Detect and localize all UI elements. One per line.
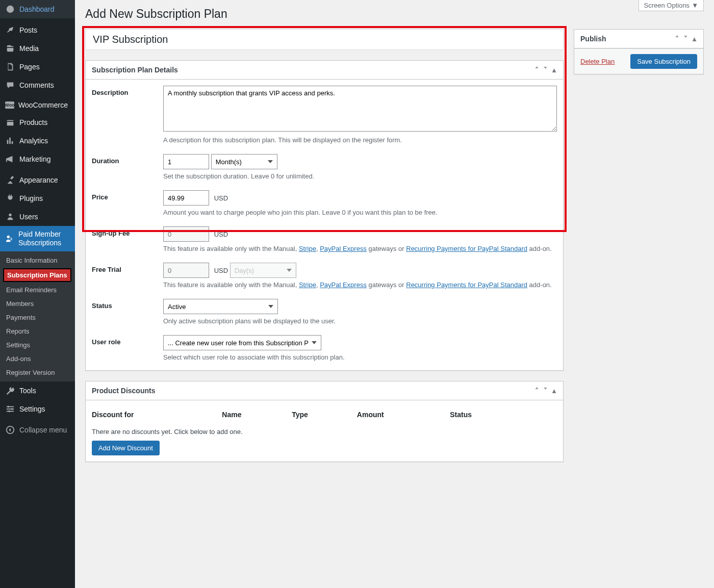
submenu-add-ons[interactable]: Add-ons: [0, 352, 75, 366]
dashboard-icon: [5, 4, 15, 14]
plan-title-input[interactable]: [85, 29, 564, 50]
sidebar-item-tools[interactable]: Tools: [0, 381, 75, 400]
sidebar-item-label: Media: [19, 44, 39, 53]
sidebar-item-posts[interactable]: Posts: [0, 21, 75, 39]
product-discounts-box: Product Discounts ˄ ˅ ▴ Discount for Nam…: [85, 381, 564, 462]
sidebar-item-settings[interactable]: Settings: [0, 400, 75, 418]
discounts-table-header: Discount for Name Type Amount Status: [92, 406, 557, 423]
admin-sidebar: Dashboard Posts Media Pages Comments Woo…: [0, 0, 75, 588]
sidebar-item-marketing[interactable]: Marketing: [0, 150, 75, 168]
analytics-icon: [5, 136, 15, 146]
screen-options-toggle[interactable]: Screen Options▼: [639, 0, 704, 11]
sidebar-item-label: Dashboard: [19, 5, 55, 13]
add-new-discount-button[interactable]: Add New Discount: [92, 441, 160, 455]
sidebar-item-collapse[interactable]: Collapse menu: [0, 421, 75, 439]
chevron-up-icon[interactable]: ˄: [534, 387, 540, 395]
svg-point-8: [8, 410, 10, 412]
submenu-subscription-plans[interactable]: Subscription Plans: [3, 268, 71, 282]
publish-box: Publish ˄ ˅ ▴ Delete Plan Save Subscript…: [574, 29, 704, 74]
duration-label: Duration: [92, 154, 153, 180]
pms-icon: $: [5, 234, 14, 244]
signup-fee-label: Sign-up Fee: [92, 226, 153, 252]
price-label: Price: [92, 190, 153, 216]
sidebar-item-users[interactable]: Users: [0, 208, 75, 226]
sidebar-item-analytics[interactable]: Analytics: [0, 132, 75, 150]
discounts-box-header[interactable]: Product Discounts ˄ ˅ ▴: [86, 381, 563, 400]
save-subscription-button[interactable]: Save Subscription: [630, 54, 697, 69]
svg-text:$: $: [10, 236, 12, 241]
users-icon: [5, 212, 15, 222]
sidebar-item-label: Products: [19, 118, 47, 126]
chevron-down-icon[interactable]: ˅: [543, 387, 548, 395]
recurring-payments-link-2[interactable]: Recurring Payments for PayPal Standard: [406, 281, 527, 289]
sidebar-item-label: Posts: [19, 26, 37, 34]
page-title: Add New Subscription Plan: [85, 7, 704, 21]
sidebar-item-products[interactable]: Products: [0, 113, 75, 132]
trial-hint: This feature is available only with the …: [163, 281, 557, 289]
triangle-up-icon[interactable]: ▴: [551, 66, 557, 74]
media-icon: [5, 43, 15, 54]
triangle-up-icon[interactable]: ▴: [551, 387, 557, 395]
sidebar-item-appearance[interactable]: Appearance: [0, 171, 75, 189]
chevron-up-icon[interactable]: ˄: [674, 35, 680, 43]
sidebar-item-label: Collapse menu: [19, 426, 67, 434]
submenu-settings[interactable]: Settings: [0, 338, 75, 352]
publish-box-header[interactable]: Publish ˄ ˅ ▴: [574, 30, 703, 48]
plugin-icon: [5, 193, 15, 203]
delete-plan-link[interactable]: Delete Plan: [580, 58, 615, 65]
sidebar-item-label: Plugins: [19, 194, 43, 202]
sidebar-item-label: Users: [19, 213, 38, 221]
user-role-select[interactable]: ... Create new user role from this Subsc…: [163, 335, 321, 350]
price-hint: Amount you want to charge people who joi…: [163, 209, 557, 216]
stripe-link-2[interactable]: Stripe: [299, 281, 316, 289]
trial-currency: USD: [214, 267, 228, 274]
submenu-members[interactable]: Members: [0, 297, 75, 311]
sidebar-item-plugins[interactable]: Plugins: [0, 189, 75, 208]
settings-icon: [5, 404, 15, 414]
comment-icon: [5, 80, 15, 90]
price-currency: USD: [214, 194, 228, 202]
trial-unit-select: Day(s): [230, 263, 296, 278]
subscription-plan-details-box: Subscription Plan Details ˄ ˅ ▴ Descript…: [85, 60, 564, 371]
description-textarea[interactable]: A monthly subscription that grants VIP a…: [163, 86, 557, 132]
sidebar-item-paid-member-subscriptions[interactable]: $Paid Member Subscriptions: [0, 226, 75, 251]
paypal-express-link[interactable]: PayPal Express: [320, 245, 367, 252]
triangle-up-icon[interactable]: ▴: [692, 35, 697, 43]
sidebar-item-label: Marketing: [19, 155, 50, 163]
pin-icon: [5, 25, 15, 35]
duration-hint: Set the subscription duration. Leave 0 f…: [163, 172, 557, 180]
discounts-empty-text: There are no discounts yet. Click below …: [92, 423, 557, 441]
duration-input[interactable]: [163, 154, 209, 169]
description-label: Description: [92, 86, 153, 144]
appearance-icon: [5, 175, 15, 185]
chevron-down-icon[interactable]: ˅: [683, 35, 688, 43]
sidebar-item-pages[interactable]: Pages: [0, 58, 75, 76]
submenu-email-reminders[interactable]: Email Reminders: [0, 283, 75, 297]
status-select[interactable]: Active: [163, 299, 278, 314]
woo-icon: Woo: [5, 101, 14, 109]
paypal-express-link-2[interactable]: PayPal Express: [320, 281, 367, 289]
page-icon: [5, 62, 15, 72]
chevron-up-icon[interactable]: ˄: [534, 66, 540, 74]
details-box-header[interactable]: Subscription Plan Details ˄ ˅ ▴: [86, 61, 563, 80]
stripe-link[interactable]: Stripe: [299, 245, 316, 252]
status-label: Status: [92, 299, 153, 325]
sidebar-item-dashboard[interactable]: Dashboard: [0, 0, 75, 18]
free-trial-input: [163, 263, 209, 278]
price-input[interactable]: [163, 190, 209, 206]
svg-point-1: [7, 235, 10, 238]
product-icon: [5, 117, 15, 127]
sidebar-item-label: Appearance: [19, 176, 58, 184]
sidebar-item-media[interactable]: Media: [0, 39, 75, 58]
submenu-register-version[interactable]: Register Version: [0, 366, 75, 379]
sidebar-item-comments[interactable]: Comments: [0, 76, 75, 94]
submenu-payments[interactable]: Payments: [0, 311, 75, 324]
submenu-reports[interactable]: Reports: [0, 324, 75, 338]
sidebar-item-label: Pages: [19, 63, 40, 71]
sidebar-item-woocommerce[interactable]: WooWooCommerce: [0, 97, 75, 113]
submenu-basic-information[interactable]: Basic Information: [0, 253, 75, 267]
recurring-payments-link[interactable]: Recurring Payments for PayPal Standard: [406, 245, 527, 252]
sidebar-item-label: Settings: [19, 405, 45, 413]
chevron-down-icon[interactable]: ˅: [543, 66, 548, 74]
duration-unit-select[interactable]: Month(s): [211, 154, 277, 169]
